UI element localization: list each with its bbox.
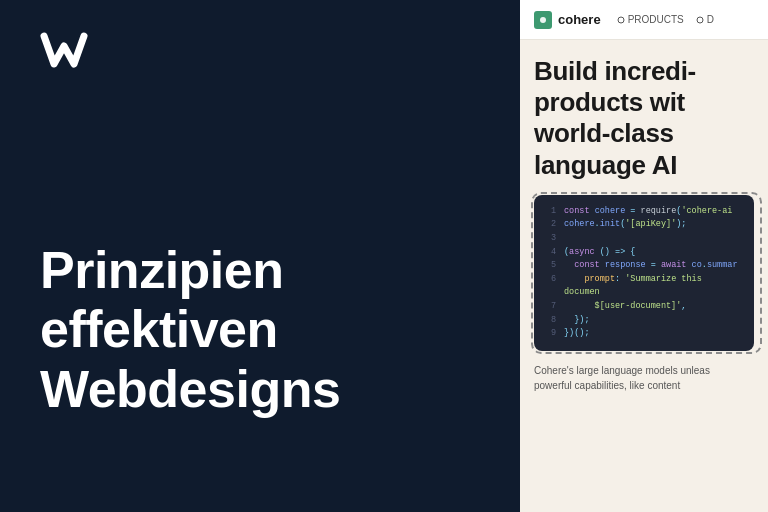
svg-point-1	[540, 17, 546, 23]
code-line-7: 7 $[user-document]',	[546, 300, 742, 314]
main-title: Prinzipien effektiven Webdesigns	[40, 241, 480, 480]
svg-point-2	[618, 17, 624, 23]
headline-line2: products wit	[534, 87, 685, 117]
headline-line4: language AI	[534, 150, 677, 180]
headline-line1: Build incredi-	[534, 56, 696, 86]
desc-line2: powerful capabilities, like content	[534, 380, 680, 391]
cohere-brand-name: cohere	[558, 12, 601, 27]
code-line-3: 3	[546, 232, 742, 246]
cohere-headline: Build incredi- products wit world-class …	[534, 56, 754, 181]
code-line-5: 5 const response = await co.summar	[546, 259, 742, 273]
nav-products[interactable]: PRODUCTS	[617, 14, 684, 25]
nav-other[interactable]: D	[696, 14, 714, 25]
svg-point-3	[697, 17, 703, 23]
cohere-logo: cohere	[534, 11, 601, 29]
w-logo-icon	[40, 32, 88, 68]
circle-icon	[617, 16, 625, 24]
cohere-description: Cohere's large language models unleas po…	[534, 363, 754, 393]
code-line-9: 9 })();	[546, 327, 742, 341]
left-panel: Prinzipien effektiven Webdesigns	[0, 0, 520, 512]
code-line-1: 1 const cohere = require('cohere-ai	[546, 205, 742, 219]
code-line-6: 6 prompt: 'Summarize this documen	[546, 273, 742, 300]
code-block-wrapper: 1 const cohere = require('cohere-ai 2 co…	[534, 195, 754, 351]
right-panel: cohere PRODUCTS D Build incredi- product…	[520, 0, 768, 512]
cohere-nav: cohere PRODUCTS D	[520, 0, 768, 40]
nav-items: PRODUCTS D	[617, 14, 714, 25]
desc-line1: Cohere's large language models unleas	[534, 365, 710, 376]
logo	[40, 32, 480, 72]
cohere-brand-icon	[537, 14, 549, 26]
cohere-content: Build incredi- products wit world-class …	[520, 40, 768, 512]
code-line-4: 4 (async () => {	[546, 246, 742, 260]
circle-icon-2	[696, 16, 704, 24]
code-line-2: 2 cohere.init('[apiKey]');	[546, 218, 742, 232]
cohere-logo-icon	[534, 11, 552, 29]
headline-line3: world-class	[534, 118, 674, 148]
code-block: 1 const cohere = require('cohere-ai 2 co…	[534, 195, 754, 351]
code-line-8: 8 });	[546, 314, 742, 328]
